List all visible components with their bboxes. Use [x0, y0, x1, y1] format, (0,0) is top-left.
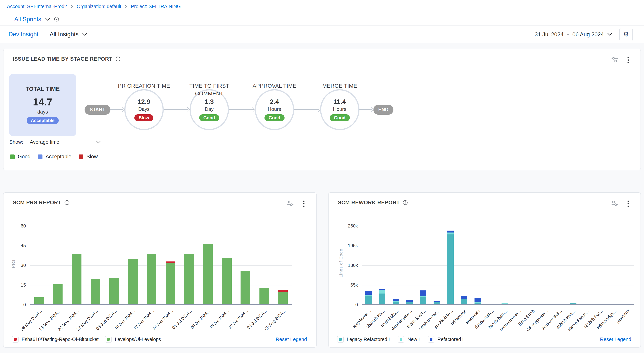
bar-thanh-level...[interactable] — [420, 290, 426, 304]
bar-segment — [461, 299, 467, 304]
chart-legend: Legacy Refactored LNew LRefactored L Res… — [337, 336, 631, 342]
bar-segment — [447, 232, 454, 234]
arrow-head-icon — [250, 107, 255, 112]
legend-item[interactable]: Levelops/Ui-Levelops — [105, 336, 161, 342]
insight-selector[interactable]: All Insights — [50, 31, 78, 38]
chevron-down-icon[interactable] — [45, 18, 50, 21]
date-range-selector[interactable]: 31 Jul 2024 - 06 Aug 2024 — [534, 31, 612, 38]
stage-value: 11.4 — [334, 98, 346, 106]
legend-item[interactable]: Slow — [79, 154, 98, 160]
bar-29 Jul 2024...[interactable] — [259, 288, 269, 304]
legend-label: Refactored L — [438, 336, 465, 342]
bar-15 Jul 2024...[interactable] — [222, 258, 232, 304]
bar-24 Jun 2024...[interactable] — [166, 261, 175, 304]
bar-06 May 2024...[interactable] — [34, 298, 44, 304]
breadcrumb-project[interactable]: Project: SEI TRAINING — [131, 4, 181, 9]
bar-segment — [393, 302, 399, 304]
stage-4[interactable]: 11.4HoursGood — [320, 89, 360, 130]
date-end: 06 Aug 2024 — [572, 31, 604, 38]
bar-knagurski[interactable] — [474, 298, 481, 304]
bar-ajay-levelo...[interactable] — [365, 291, 372, 304]
bar-segment — [222, 258, 232, 304]
bar-segment — [420, 296, 426, 298]
settings-gear-button[interactable]: ⚙ — [619, 28, 633, 41]
bar-nmahida-har...[interactable] — [434, 301, 440, 304]
breadcrumb-account[interactable]: Account: SEI-Internal-Prod2 — [7, 4, 67, 9]
bar-segment — [406, 302, 413, 304]
legend-label: New L — [408, 336, 421, 342]
stage-unit: Hours — [268, 106, 281, 112]
stage-badge: Good — [264, 114, 284, 121]
bar-segment — [365, 296, 372, 304]
stage-3[interactable]: 2.4HoursGood — [255, 89, 294, 130]
flow-arrow — [294, 107, 320, 112]
widget-filters-icon[interactable] — [611, 57, 618, 64]
breadcrumb-organization[interactable]: Organization: default — [77, 4, 121, 9]
chevron-down-icon[interactable] — [96, 140, 100, 144]
start-pill: START — [84, 105, 110, 115]
legend-item[interactable]: New L — [398, 336, 421, 342]
legend-item[interactable]: Refactored L — [428, 336, 465, 342]
bar-27 May 2024...[interactable] — [90, 279, 100, 304]
info-icon[interactable] — [54, 16, 59, 22]
widget-menu-icon[interactable] — [627, 56, 630, 66]
bar-ndharness[interactable] — [461, 296, 467, 304]
legend-swatch — [398, 336, 404, 342]
bar-08 Jul 2024...[interactable] — [203, 244, 213, 304]
bar-sharath-lev...[interactable] — [379, 290, 386, 304]
screenshot-root: Account: SEI-Internal-Prod2 Organization… — [0, 0, 644, 353]
bar-segment — [128, 259, 138, 304]
bar-segment — [379, 290, 386, 293]
legend-item[interactable]: Good — [10, 154, 30, 160]
x-axis-labels: 06 May 2024...13 May 2024...20 May 2024.… — [30, 306, 292, 333]
dev-insight-link[interactable]: Dev Insight — [8, 31, 38, 38]
sprint-bar: All Sprints — [0, 13, 644, 26]
total-time-unit: days — [38, 109, 48, 115]
bar-05 Aug 2024...[interactable] — [278, 290, 288, 304]
legend-item[interactable]: Esha610/Testing-Repo-Of-Bitbucket — [12, 336, 99, 342]
bar-01 Jul 2024...[interactable] — [184, 254, 194, 304]
stage-value: 12.9 — [138, 98, 150, 106]
card-title: ISSUE LEAD TIME BY STAGE REPORT — [13, 56, 112, 62]
x-tick-label: 22 Jul 2024... — [228, 308, 249, 330]
legend-swatch — [12, 336, 18, 342]
y-tick-label: 195k — [348, 243, 358, 248]
x-axis-line — [362, 304, 634, 305]
bar-17 Jun 2024...[interactable] — [147, 254, 156, 304]
y-tick-label: 130k — [348, 263, 358, 268]
bar-segment — [166, 263, 175, 304]
show-dropdown[interactable]: Show: Average time — [9, 139, 100, 145]
reset-legend-link[interactable]: Reset Legend — [276, 336, 307, 342]
sprint-selector[interactable]: All Sprints — [14, 16, 41, 22]
bar-13 May 2024...[interactable] — [53, 284, 63, 304]
legend-label: Esha610/Testing-Repo-Of-Bitbucket — [22, 336, 99, 342]
bar-segment — [447, 230, 454, 232]
bar-10 Jun 2024...[interactable] — [128, 259, 138, 304]
stage-name: MERGE TIME — [309, 82, 371, 90]
bar-03 Jun 2024...[interactable] — [109, 278, 119, 304]
bar-harshilbits...[interactable] — [393, 299, 399, 304]
divider — [44, 30, 44, 38]
bar-darshanpate...[interactable] — [406, 300, 413, 304]
total-time-badge: Acceptable — [27, 117, 59, 124]
reset-legend-link[interactable]: Reset Legend — [600, 336, 631, 342]
y-axis-ticks: 015304560 — [4, 226, 26, 305]
chevron-down-icon[interactable] — [82, 33, 87, 36]
bar-20 May 2024...[interactable] — [72, 254, 82, 304]
issue-lead-time-card: ISSUE LEAD TIME BY STAGE REPORT TOTAL TI… — [3, 49, 641, 170]
info-icon[interactable] — [116, 56, 120, 62]
bar-segment — [34, 298, 44, 304]
total-time-label: TOTAL TIME — [26, 85, 60, 92]
legend-label: Good — [18, 154, 30, 160]
bar-segment — [109, 278, 119, 304]
breadcrumb-separator-icon — [70, 4, 73, 8]
y-tick-label: 60 — [21, 223, 26, 229]
bar-justAkshitA...[interactable] — [447, 230, 454, 304]
prs-bar-chart: PRs 015304560 06 May 2024...13 May 2024.… — [4, 193, 316, 347]
stage-1[interactable]: 12.9DaysSlow — [124, 89, 164, 130]
legend-item[interactable]: Legacy Refactored L — [337, 336, 391, 342]
stage-name: APPROVAL TIME — [244, 82, 306, 90]
legend-item[interactable]: Acceptable — [38, 154, 72, 160]
chevron-down-icon — [607, 33, 612, 36]
bar-22 Jul 2024...[interactable] — [240, 271, 250, 304]
